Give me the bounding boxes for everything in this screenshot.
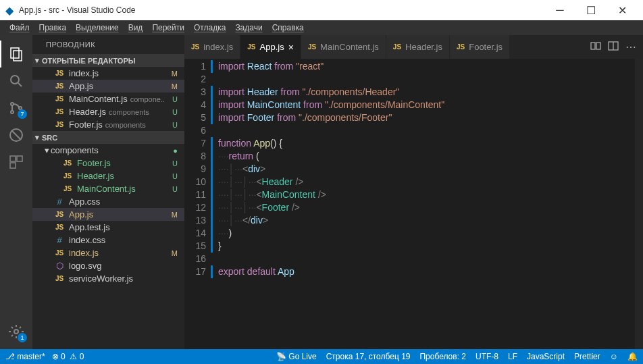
menu-edit[interactable]: Правка: [35, 22, 71, 34]
file-item[interactable]: ⬡logo.svg: [32, 259, 184, 272]
scm-icon[interactable]: 7: [0, 95, 32, 122]
open-editor-item[interactable]: JSApp.jsM: [32, 80, 184, 93]
prettier-status[interactable]: Prettier: [574, 352, 600, 361]
git-status: U: [172, 159, 178, 167]
svg-point-5: [11, 111, 14, 113]
svg-point-4: [11, 103, 14, 105]
menu-selection[interactable]: Выделение: [72, 22, 123, 34]
js-icon: JS: [62, 185, 73, 192]
statusbar: ⎇ master* ⊗ 0 ⚠ 0 📡 Go Live Строка 17, с…: [0, 349, 643, 364]
editor-tab[interactable]: JSMainContent.js: [301, 35, 386, 59]
indentation[interactable]: Пробелов: 2: [419, 352, 466, 361]
file-item[interactable]: JSApp.jsM: [32, 208, 184, 221]
debug-icon[interactable]: [0, 122, 32, 149]
close-icon[interactable]: ×: [288, 42, 294, 53]
close-button[interactable]: ✕: [607, 0, 638, 20]
menu-file[interactable]: Файл: [5, 22, 34, 34]
file-item[interactable]: JSindex.jsM: [32, 246, 184, 259]
svg-rect-0: [11, 48, 19, 58]
git-status: U: [172, 185, 178, 193]
file-item[interactable]: JSFooter.jsU: [32, 157, 184, 170]
svg-rect-14: [596, 43, 600, 49]
sidebar: ПРОВОДНИК ▾ОТКРЫТЫЕ РЕДАКТОРЫ JSindex.js…: [32, 35, 184, 349]
git-status: M: [172, 70, 178, 78]
svg-line-3: [18, 83, 22, 86]
editor-tab[interactable]: JSApp.js×: [240, 35, 301, 59]
tabs: JSindex.jsJSApp.js×JSMainContent.jsJSHea…: [184, 35, 643, 59]
open-editor-item[interactable]: JSindex.jsM: [32, 67, 184, 80]
file-icon: #: [54, 235, 65, 245]
code-content[interactable]: import React from "react" import Header …: [218, 59, 643, 349]
open-editor-item[interactable]: JSMainContent.jscompone..U: [32, 93, 184, 105]
file-icon: JS: [54, 249, 65, 257]
file-item[interactable]: JSserviceWorker.js: [32, 272, 184, 285]
git-status: M: [172, 82, 178, 90]
problems-indicator[interactable]: ⊗ 0 ⚠ 0: [52, 352, 84, 361]
explorer-icon[interactable]: [0, 41, 32, 68]
file-item[interactable]: JSMainContent.jsU: [32, 182, 184, 195]
sidebar-title: ПРОВОДНИК: [32, 35, 184, 54]
encoding[interactable]: UTF-8: [475, 352, 498, 361]
git-status: M: [172, 249, 178, 257]
folder-components[interactable]: ▾components●: [32, 144, 184, 157]
js-icon: JS: [247, 43, 255, 51]
minimize-button[interactable]: ─: [544, 0, 575, 20]
file-icon: JS: [54, 224, 65, 231]
open-editors-header[interactable]: ▾ОТКРЫТЫЕ РЕДАКТОРЫ: [32, 54, 184, 67]
settings-icon[interactable]: 1: [0, 318, 32, 345]
git-status: U: [172, 121, 178, 129]
window-title: App.js - src - Visual Studio Code: [19, 5, 136, 15]
minimap[interactable]: [594, 59, 635, 113]
menu-view[interactable]: Вид: [124, 22, 147, 34]
maximize-button[interactable]: ☐: [575, 0, 607, 20]
menu-tasks[interactable]: Задачи: [231, 22, 266, 34]
js-icon: JS: [62, 172, 73, 180]
settings-badge: 1: [18, 333, 27, 342]
editor-tab[interactable]: JSindex.js: [184, 35, 240, 59]
js-icon: JS: [62, 159, 73, 167]
scm-badge: 7: [18, 109, 27, 119]
file-item[interactable]: #index.css: [32, 234, 184, 246]
search-icon[interactable]: [0, 68, 32, 95]
menu-help[interactable]: Справка: [268, 22, 308, 34]
compare-icon[interactable]: [590, 41, 601, 54]
file-icon: JS: [54, 211, 65, 218]
js-icon: JS: [191, 43, 199, 51]
more-icon[interactable]: ⋯: [625, 41, 636, 53]
file-item[interactable]: JSHeader.jsU: [32, 170, 184, 182]
svg-rect-9: [10, 156, 16, 161]
activitybar: 7 1: [0, 35, 32, 349]
menu-debug[interactable]: Отладка: [190, 22, 230, 34]
file-item[interactable]: #App.css: [32, 195, 184, 208]
git-status: U: [172, 95, 178, 103]
cursor-position[interactable]: Строка 17, столбец 19: [326, 352, 411, 361]
workspace-header[interactable]: ▾SRC: [32, 131, 184, 144]
bell-icon[interactable]: 🔔: [627, 352, 638, 361]
editor-tab[interactable]: JSHeader.js: [386, 35, 450, 59]
js-icon: JS: [457, 43, 465, 51]
svg-line-8: [11, 130, 21, 140]
open-editor-item[interactable]: JSHeader.jscomponentsU: [32, 105, 184, 118]
language-mode[interactable]: JavaScript: [527, 352, 565, 361]
titlebar: ◆ App.js - src - Visual Studio Code ─ ☐ …: [0, 0, 643, 20]
svg-point-2: [11, 76, 19, 84]
scrollbar-vertical[interactable]: [635, 59, 643, 349]
golive-button[interactable]: 📡 Go Live: [276, 352, 317, 361]
vscode-icon: ◆: [5, 4, 14, 17]
eol[interactable]: LF: [508, 352, 517, 361]
branch-indicator[interactable]: ⎇ master*: [5, 352, 45, 361]
editor-area: JSindex.jsJSApp.js×JSMainContent.jsJSHea…: [184, 35, 643, 349]
split-icon[interactable]: [608, 41, 619, 54]
open-editor-item[interactable]: JSFooter.jscomponentsU: [32, 118, 184, 131]
extensions-icon[interactable]: [0, 149, 32, 176]
menubar: Файл Правка Выделение Вид Перейти Отладк…: [0, 20, 643, 35]
chevron-down-icon: ▾: [35, 133, 39, 142]
chevron-down-icon: ▾: [35, 56, 39, 65]
js-icon: JS: [54, 82, 65, 90]
menu-go[interactable]: Перейти: [148, 22, 188, 34]
git-status: U: [172, 172, 178, 180]
code-editor[interactable]: 1234567891011121314151617 import React f…: [184, 59, 643, 349]
feedback-icon[interactable]: ☺: [610, 352, 618, 361]
editor-tab[interactable]: JSFooter.js: [450, 35, 510, 59]
file-item[interactable]: JSApp.test.js: [32, 221, 184, 234]
